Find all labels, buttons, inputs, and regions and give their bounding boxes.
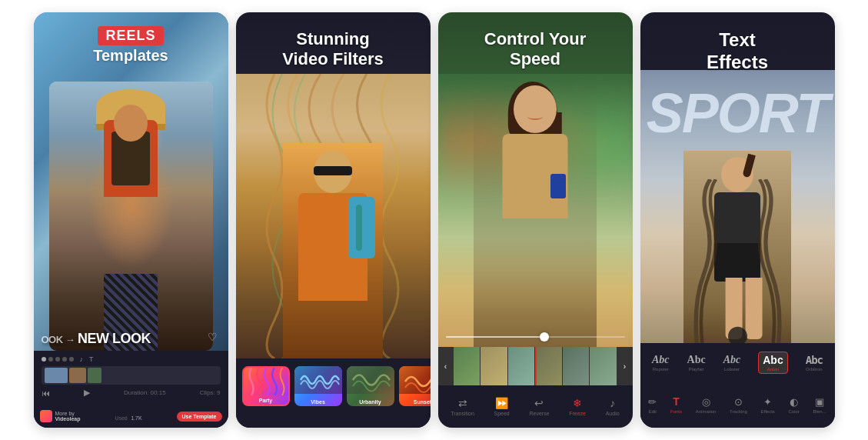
filter-sunset[interactable]: Sunset [399,366,431,406]
font-playfair[interactable]: Abc Playfair [687,354,706,372]
battle-ropes-svg [640,179,835,343]
tool4-edit[interactable]: ✏ Edit [648,396,657,414]
font-ropster-label: Ropster [653,367,669,372]
old-look-text: OOK → [42,334,75,345]
speed-slider[interactable] [446,331,625,343]
font-playfair-label: Playfair [689,367,704,372]
filter-vibes-thumb [294,366,342,394]
card3-main-area [438,74,633,347]
card2-main-area [236,74,431,358]
filter-party[interactable]: Party [242,366,290,406]
tool4-color[interactable]: ◐ Color [789,396,800,414]
font-orbitron[interactable]: Abc Orbitron [806,354,823,372]
font-playfair-preview: Abc [687,354,706,366]
card1-header: REELS Templates [34,26,228,65]
new-look-text: NEW LOOK [78,331,151,346]
svg-point-0 [728,327,747,343]
font-anton-label: Anton [767,367,780,372]
edit-icon: ✏ [648,396,657,408]
tool-audio[interactable]: ♪ Audio [606,397,620,416]
font-anton[interactable]: Abc Anton [758,352,787,374]
card1-bottom-panel: ♪ T ⏮ ▶ Duration: 00:15 Clips: 9 More by [34,351,228,428]
tool4-blend[interactable]: ▣ Blen... [813,396,826,414]
filmstrip-right-arrow[interactable]: › [617,347,633,385]
filmstrip: ‹ › [438,347,633,385]
card1-person-bg [49,82,213,351]
play-icon[interactable]: ▶ [84,388,90,398]
tool-freeze[interactable]: ❄ Freeze [569,397,586,416]
card4-title-text: TextEffects [640,29,835,74]
dot3 [55,357,60,362]
fonts-label: Fonts [670,409,682,414]
use-template-button[interactable]: Use Template [177,412,222,422]
card4-title: TextEffects [640,29,835,74]
film-clip-1 [454,347,481,385]
freeze-icon: ❄ [573,397,582,409]
bottom-bar: More by Videoleap Used 1.7K Use Template [40,409,222,423]
clips-text: Clips: 9 [200,389,221,396]
transition-icon: ⇄ [458,397,467,409]
filter-urbanity-thumb [347,366,394,394]
dot2 [48,357,53,362]
clip3 [88,368,101,383]
tool4-animation[interactable]: ◎ Animation [696,396,717,414]
color-label: Color [789,409,800,414]
font-ropster-preview: Abc [652,354,670,366]
film-clip-2 [481,347,508,385]
reverse-label: Reverse [529,411,549,416]
font-anton-preview: Abc [763,354,783,366]
font-ropster[interactable]: Abc Ropster [652,354,670,372]
card3-title: Control YourSpeed [438,29,633,70]
card3-title-text: Control YourSpeed [438,29,633,70]
music-icon: ♪ [80,355,84,363]
font-lobster[interactable]: Abc Lobster [723,354,741,372]
tool4-effects[interactable]: ✦ Effects [761,396,775,414]
tool-speed[interactable]: ⏩ Speed [494,397,510,416]
rewind-icon[interactable]: ⏮ [42,388,50,398]
filter-vibes[interactable]: Vibes [294,366,342,406]
filter-urbanity-label: Urbanity [347,399,394,405]
tracking-label: Tracking [730,409,747,414]
blend-label: Blen... [813,409,826,414]
heart-icon[interactable]: ♡ [208,331,218,343]
videoleap-icon [40,410,52,422]
filter-vibes-label: Vibes [294,399,342,405]
slider-track [446,336,625,338]
card4-main-area: SPORT [640,70,835,343]
card2-bottom-panel: Party Vibes [236,358,431,428]
filter-row: Party Vibes [236,358,431,411]
effects-label: Effects [761,409,775,414]
fonts-icon: T [673,395,680,408]
main-container: REELS Templates OOK → NEW LOOK ♡ [0,0,868,440]
dot1 [42,357,46,362]
videoleap-logo: More by Videoleap [40,410,81,422]
film-clip-5 [563,347,590,385]
tool4-fonts[interactable]: T Fonts [670,395,682,414]
filter-sunset-thumb [399,366,431,394]
card3-person [474,74,597,347]
filter-urbanity[interactable]: Urbanity [347,366,394,406]
reverse-icon: ↩ [534,397,544,409]
card-text-effects: TextEffects SPORT [640,12,835,428]
color-icon: ◐ [790,396,798,408]
font-row: Abc Ropster Abc Playfair Abc Lobster Abc… [640,343,835,382]
speed-label: Speed [494,411,510,416]
slider-thumb [540,332,549,342]
filmstrip-left-arrow[interactable]: ‹ [438,347,454,385]
effects-icon: ✦ [763,396,772,408]
sport-text: SPORT [640,82,835,145]
tool-transition[interactable]: ⇄ Transition [451,397,474,416]
audio-icon: ♪ [610,397,615,409]
text-icon: T [89,355,94,363]
film-clip-4 [535,347,563,385]
font-lobster-label: Lobster [724,367,740,372]
card1-text-overlay: OOK → NEW LOOK [42,331,221,347]
card-video-filters: StunningVideo Filters [236,12,431,428]
tool4-tracking[interactable]: ⊙ Tracking [730,396,747,414]
audio-label: Audio [606,411,620,416]
filmstrip-content [454,347,617,385]
timeline-bar[interactable] [42,366,221,385]
tool-reverse[interactable]: ↩ Reverse [529,397,549,416]
clip2 [69,368,86,383]
card2-person [283,143,383,358]
